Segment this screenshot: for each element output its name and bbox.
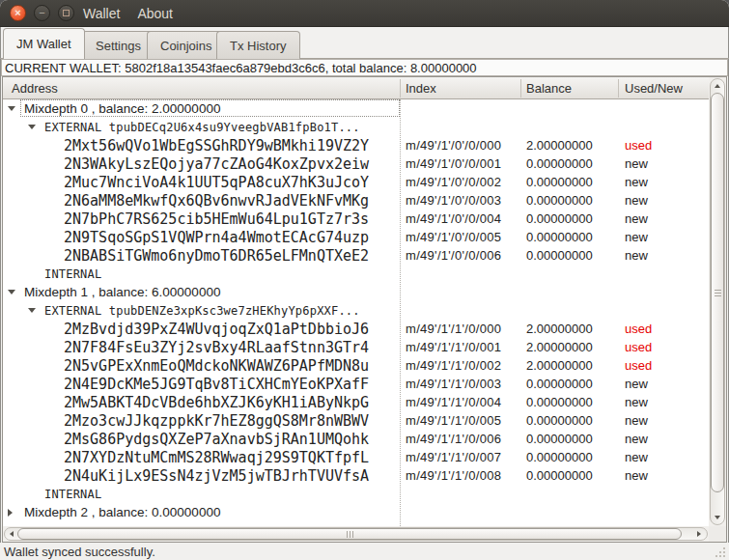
row-label: 2N7F84FsEu3ZYj2svBxy4RLaafStnn3GTr4 <box>64 339 369 356</box>
mixdepth-row[interactable]: Mixdepth 0 , balance: 2.00000000 <box>3 99 709 118</box>
expander-icon[interactable] <box>28 123 44 132</box>
cell-status: used <box>625 136 652 154</box>
current-wallet-banner: CURRENT WALLET: 5802f18a13543faec6a879eb… <box>1 59 728 76</box>
maximize-icon[interactable] <box>58 5 74 21</box>
cell-balance: 0.00000000 <box>526 448 593 466</box>
cell-balance: 2.00000000 <box>526 136 593 154</box>
branch-row[interactable]: EXTERNAL tpubDECq2U6x4su9YveegbVAB1fpBo1… <box>3 118 709 136</box>
cell-balance: 2.00000000 <box>526 320 593 338</box>
expander-spacer <box>28 490 44 499</box>
wallet-tree: Address Index Balance Used/New Mixdepth … <box>2 76 727 543</box>
cell-index: m/49'/1'/0'/0/005 <box>406 228 501 246</box>
address-row[interactable]: 2N4E9DcKMe5JG9TqBv8TiCXHCmYEoKPXafFm/49'… <box>3 375 709 393</box>
address-row[interactable]: 2MsG86PydgsQXZeP7aXnavbSjRAn1UMQohkm/49'… <box>3 430 709 448</box>
cell-balance: 0.00000000 <box>526 430 593 448</box>
column-header-index[interactable]: Index <box>406 77 436 98</box>
address-row[interactable]: 2N7XYDzNtuMCmMS28RWwaqj29S9TQKTfpfLm/49'… <box>3 448 709 466</box>
address-row[interactable]: 2N6aMM8eMkwfQx6QBv6nwvRJadVEkNFvMKgm/49'… <box>3 191 709 210</box>
menu-wallet[interactable]: Wallet <box>74 0 128 27</box>
expander-icon[interactable] <box>8 508 24 518</box>
cell-status: new <box>625 154 648 173</box>
address-row[interactable]: 2N5vGPExXnmEoQMdckoNKWAWZ6PAPfMDN8um/49'… <box>3 356 709 375</box>
column-header-balance[interactable]: Balance <box>526 77 572 98</box>
branch-row[interactable]: EXTERNAL tpubDENZe3xpKsc3we7zHEKhyYp6pXX… <box>3 301 709 320</box>
row-label: 2Muc7WnciVoA4k1UUT5qPA8cuX7hK3uJcoY <box>64 174 369 191</box>
cell-status: used <box>625 320 652 338</box>
address-row[interactable]: 2N3WAkyLszEQojya77cZAoG4KoxZpvx2eiwm/49'… <box>3 154 709 173</box>
row-label: 2MzBvdjd39PxZ4WUvqjoqZxQ1aPtDbbioJ6 <box>64 321 369 338</box>
cell-index: m/49'/1'/1'/0/000 <box>406 320 501 338</box>
scroll-right-icon[interactable] <box>692 528 705 540</box>
address-row[interactable]: 2N4uKijLx9ESsN4zjVzM5jwTBJrhTVUVfsAm/49'… <box>3 466 709 485</box>
scroll-up-icon[interactable] <box>711 79 724 93</box>
cell-status: new <box>625 210 648 228</box>
row-label: EXTERNAL tpubDENZe3xpKsc3we7zHEKhyYp6pXX… <box>44 304 360 318</box>
cell-balance: 0.00000000 <box>526 393 593 411</box>
cell-index: m/49'/1'/1'/0/002 <box>406 356 501 375</box>
cell-index: m/49'/1'/1'/0/005 <box>406 411 501 430</box>
cell-status: new <box>625 448 648 466</box>
mixdepth-row[interactable]: Mixdepth 1 , balance: 6.00000000 <box>3 283 709 301</box>
cell-status: new <box>625 246 648 265</box>
vertical-scrollbar[interactable] <box>709 77 726 526</box>
cell-balance: 0.00000000 <box>526 411 593 430</box>
expander-icon[interactable] <box>28 306 44 316</box>
cell-balance: 2.00000000 <box>526 356 593 375</box>
horizontal-scrollbar[interactable] <box>3 526 709 542</box>
cell-status: new <box>625 411 648 430</box>
address-row[interactable]: 2Muc7WnciVoA4k1UUT5qPA8cuX7hK3uJcoYm/49'… <box>3 173 709 191</box>
row-label: 2N7bPhC7RS625cib5HEmWu64Lpu1GTz7r3s <box>64 210 369 228</box>
resize-grip-icon[interactable] <box>714 546 725 557</box>
scrollbar-thumb[interactable] <box>711 93 724 492</box>
address-row[interactable]: 2MzBvdjd39PxZ4WUvqjoqZxQ1aPtDbbioJ6m/49'… <box>3 320 709 338</box>
cell-index: m/49'/1'/1'/0/007 <box>406 448 501 466</box>
row-label: 2N3WAkyLszEQojya77cZAoG4KoxZpvx2eiw <box>64 155 369 173</box>
column-separator <box>400 79 401 98</box>
cell-balance: 0.00000000 <box>526 210 593 228</box>
tab-jm-wallet[interactable]: JM Wallet <box>3 28 85 59</box>
row-label: 2N5vGPExXnmEoQMdckoNKWAWZ6PAPfMDN8u <box>64 357 369 375</box>
menu-about[interactable]: About <box>128 0 182 27</box>
close-icon[interactable]: × <box>10 5 26 21</box>
address-row[interactable]: 2N7bPhC7RS625cib5HEmWu64Lpu1GTz7r3sm/49'… <box>3 210 709 228</box>
cell-index: m/49'/1'/0'/0/000 <box>406 136 501 154</box>
address-row[interactable]: 2Mxt56wQVo1WbEgSSGhRDY9wBMkhi19VZ2Ym/49'… <box>3 136 709 154</box>
cell-status: new <box>625 375 648 393</box>
row-label: Mixdepth 1 , balance: 6.00000000 <box>24 285 220 299</box>
scrollbar-corner <box>709 526 726 542</box>
row-label: 2Mw5ABKT4DcVBde6hbXZJK6yKH1iAByNkpG <box>64 394 369 411</box>
scroll-down-icon[interactable] <box>711 511 724 524</box>
expander-icon[interactable] <box>8 288 24 297</box>
row-label: 2N4E9DcKMe5JG9TqBv8TiCXHCmYEoKPXafF <box>64 376 369 393</box>
address-row[interactable]: 2Mzo3cwJJkqzppkKr7hEZ8ggQS8Mr8nWBWVm/49'… <box>3 411 709 430</box>
cell-balance: 0.00000000 <box>526 375 593 393</box>
cell-index: m/49'/1'/1'/0/003 <box>406 375 501 393</box>
tab-tx-history[interactable]: Tx History <box>216 31 300 59</box>
cell-index: m/49'/1'/1'/0/008 <box>406 466 501 485</box>
branch-row[interactable]: INTERNAL <box>3 265 709 283</box>
row-label: 2NBABSiTGWmo6nyDmoT6DR65eLFMnQTXeE2 <box>64 247 369 265</box>
scroll-left-icon[interactable] <box>5 528 17 540</box>
cell-index: m/49'/1'/0'/0/001 <box>406 154 501 173</box>
expander-spacer <box>28 269 44 279</box>
branch-row[interactable]: INTERNAL <box>3 485 709 503</box>
status-message: Wallet synced successfully. <box>4 545 155 559</box>
row-label: INTERNAL <box>44 267 101 281</box>
column-header-address[interactable]: Address <box>12 77 58 98</box>
minimize-icon[interactable]: − <box>34 5 50 21</box>
row-label: Mixdepth 0 , balance: 2.00000000 <box>24 101 220 116</box>
mixdepth-row[interactable]: Mixdepth 2 , balance: 0.00000000 <box>3 503 709 521</box>
address-row[interactable]: 2N7F84FsEu3ZYj2svBxy4RLaafStnn3GTr4m/49'… <box>3 338 709 356</box>
cell-index: m/49'/1'/0'/0/002 <box>406 173 501 191</box>
address-row[interactable]: 2Mw5ABKT4DcVBde6hbXZJK6yKH1iAByNkpGm/49'… <box>3 393 709 411</box>
scrollbar-thumb[interactable] <box>17 528 682 540</box>
column-header-used-new[interactable]: Used/New <box>625 77 683 98</box>
tab-coinjoins[interactable]: Coinjoins <box>147 31 225 59</box>
row-label: 2N7XYDzNtuMCmMS28RWwaqj29S9TQKTfpfL <box>64 449 369 466</box>
row-label: 2N4uKijLx9ESsN4zjVzM5jwTBJrhTVUVfsA <box>64 467 369 485</box>
row-label: 2Mxt56wQVo1WbEgSSGhRDY9wBMkhi19VZ2Y <box>64 137 369 154</box>
tab-settings[interactable]: Settings <box>82 31 154 59</box>
address-row[interactable]: 2NBABSiTGWmo6nyDmoT6DR65eLFMnQTXeE2m/49'… <box>3 246 709 265</box>
address-row[interactable]: 2N9TSqoSGpS1VQWPrn4a4WmotECAcG74uzpm/49'… <box>3 228 709 246</box>
row-label: Mixdepth 2 , balance: 0.00000000 <box>24 505 220 519</box>
